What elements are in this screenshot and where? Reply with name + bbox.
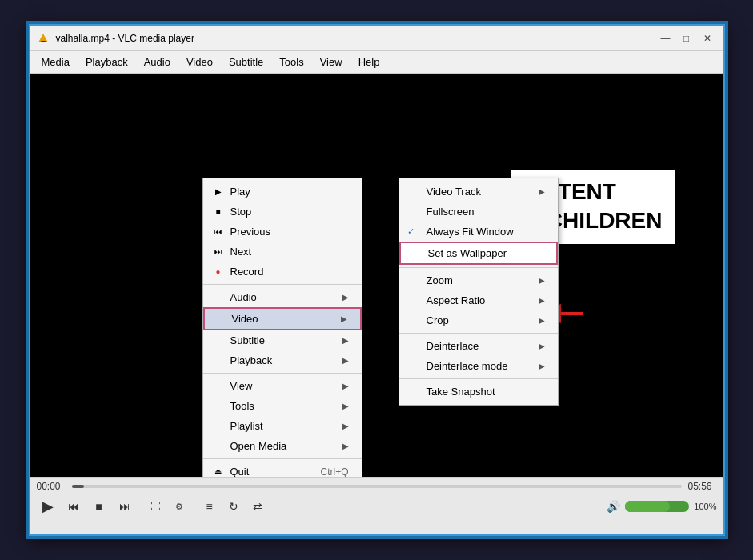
- menu-view[interactable]: View: [312, 53, 350, 71]
- ctx-playlist-label: Playlist: [230, 420, 330, 432]
- video-submenu: Video Track ▶ Fullscreen ✓ Always Fit Wi…: [399, 178, 559, 406]
- ctx-record-label: Record: [230, 266, 349, 278]
- window-controls: — □ ✕: [656, 30, 717, 46]
- menu-tools[interactable]: Tools: [271, 53, 311, 71]
- window-title: valhalla.mp4 - VLC media player: [56, 33, 656, 44]
- ctx-audio-label: Audio: [230, 291, 330, 303]
- ctx-quit[interactable]: ⏏ Quit Ctrl+Q: [203, 462, 362, 477]
- next-button[interactable]: ⏭: [114, 495, 136, 518]
- ctx-quit-label: Quit: [230, 466, 308, 477]
- subtitle-arrow-icon: ▶: [342, 336, 349, 345]
- audio-arrow-icon: ▶: [342, 293, 349, 302]
- stop-button[interactable]: ■: [88, 495, 110, 518]
- ctx-audio[interactable]: Audio ▶: [203, 287, 362, 307]
- video-area: ONTENT R CHILDREN ▶ Play ■: [30, 74, 723, 477]
- sub-take-snapshot[interactable]: Take Snapshot: [399, 382, 558, 402]
- minimize-button[interactable]: —: [656, 30, 675, 46]
- sub-aspect-ratio[interactable]: Aspect Ratio ▶: [399, 290, 558, 310]
- video-arrow-icon: ▶: [341, 314, 347, 323]
- ctx-tools[interactable]: Tools ▶: [203, 396, 362, 416]
- sub-separator-3: [399, 378, 558, 379]
- svg-rect-1: [41, 41, 46, 42]
- tools-arrow-icon: ▶: [342, 402, 349, 410]
- separator-2: [203, 373, 362, 374]
- sub-zoom[interactable]: Zoom ▶: [399, 270, 558, 290]
- ctx-subtitle[interactable]: Subtitle ▶: [203, 330, 362, 350]
- sub-crop[interactable]: Crop ▶: [399, 310, 558, 330]
- ctx-next-label: Next: [230, 246, 349, 258]
- buttons-row: ▶ ⏮ ■ ⏭ ⛶ ⚙ ≡ ↻ ⇄ 🔊: [37, 495, 717, 518]
- ctx-play[interactable]: ▶ Play: [203, 182, 362, 202]
- ctx-previous[interactable]: ⏮ Previous: [203, 222, 362, 242]
- ctx-next[interactable]: ⏭ Next: [203, 242, 362, 262]
- sub-fullscreen[interactable]: Fullscreen: [399, 202, 558, 222]
- stop-icon: ■: [211, 207, 226, 216]
- controls-bar: 00:00 05:56 ▶ ⏮ ■ ⏭ ⛶ ⚙ ≡: [30, 477, 723, 534]
- vlc-logo-icon: [37, 32, 50, 45]
- volume-area: 🔊 100%: [607, 500, 716, 513]
- ctx-video[interactable]: Video ▶: [203, 307, 362, 330]
- record-icon: ●: [211, 267, 226, 276]
- ctx-video-label: Video: [232, 313, 328, 325]
- playlist-button[interactable]: ≡: [198, 495, 221, 518]
- menu-audio[interactable]: Audio: [136, 53, 178, 71]
- end-time: 05:56: [688, 481, 717, 492]
- ctx-previous-label: Previous: [230, 226, 349, 238]
- quit-shortcut: Ctrl+Q: [320, 466, 348, 478]
- ctx-stop-label: Stop: [230, 206, 349, 218]
- playback-arrow-icon: ▶: [342, 356, 349, 365]
- quit-icon: ⏏: [211, 467, 226, 476]
- prev-button[interactable]: ⏮: [62, 495, 85, 518]
- ctx-playback[interactable]: Playback ▶: [203, 350, 362, 370]
- playlist-arrow-icon: ▶: [342, 422, 349, 430]
- sub-separator-2: [399, 333, 558, 334]
- menu-video[interactable]: Video: [178, 53, 221, 71]
- ctx-playback-label: Playback: [230, 354, 330, 366]
- sub-deinterlace-mode-label: Deinterlace mode: [427, 360, 526, 372]
- video-track-arrow-icon: ▶: [539, 187, 545, 196]
- context-menu: ▶ Play ■ Stop ⏮ Previous ⏭ Next ● Record: [202, 178, 362, 477]
- ctx-view[interactable]: View ▶: [203, 376, 362, 396]
- ctx-open-media[interactable]: Open Media ▶: [203, 436, 362, 456]
- menu-bar: Media Playback Audio Video Subtitle Tool…: [30, 51, 723, 74]
- sub-always-fit-window[interactable]: ✓ Always Fit Window: [399, 222, 558, 242]
- volume-slider[interactable]: [625, 501, 689, 512]
- menu-subtitle[interactable]: Subtitle: [221, 53, 271, 71]
- ctx-record[interactable]: ● Record: [203, 262, 362, 282]
- sub-wallpaper-label: Set as Wallpaper: [428, 247, 543, 259]
- volume-fill: [625, 501, 670, 512]
- progress-bar[interactable]: [72, 485, 682, 488]
- sub-video-track-label: Video Track: [427, 186, 526, 198]
- ctx-play-label: Play: [230, 186, 349, 198]
- extended-settings-button[interactable]: ⚙: [168, 495, 190, 518]
- aspect-ratio-arrow-icon: ▶: [539, 296, 545, 305]
- sub-video-track[interactable]: Video Track ▶: [399, 182, 558, 202]
- sub-deinterlace-mode[interactable]: Deinterlace mode ▶: [399, 356, 558, 376]
- sub-deinterlace[interactable]: Deinterlace ▶: [399, 336, 558, 356]
- extra-controls: ⛶ ⚙: [144, 495, 190, 518]
- title-bar: valhalla.mp4 - VLC media player — □ ✕: [30, 26, 723, 51]
- sub-always-fit-label: Always Fit Window: [427, 226, 545, 238]
- ctx-stop[interactable]: ■ Stop: [203, 202, 362, 222]
- close-button[interactable]: ✕: [698, 30, 717, 46]
- play-pause-button[interactable]: ▶: [37, 495, 59, 518]
- sub-aspect-ratio-label: Aspect Ratio: [427, 294, 526, 306]
- maximize-button[interactable]: □: [677, 30, 696, 46]
- zoom-arrow-icon: ▶: [539, 276, 545, 285]
- fullscreen-button[interactable]: ⛶: [144, 495, 166, 518]
- menu-media[interactable]: Media: [34, 53, 78, 71]
- ctx-view-label: View: [230, 380, 330, 392]
- shuffle-button[interactable]: ⇄: [246, 495, 269, 518]
- sub-take-snapshot-label: Take Snapshot: [427, 386, 545, 398]
- sub-fullscreen-label: Fullscreen: [427, 206, 545, 218]
- sub-crop-label: Crop: [427, 314, 526, 326]
- loop-button[interactable]: ↻: [222, 495, 245, 518]
- ctx-subtitle-label: Subtitle: [230, 334, 330, 346]
- open-media-arrow-icon: ▶: [342, 442, 349, 450]
- playlist-controls: ≡ ↻ ⇄: [198, 495, 269, 518]
- menu-playback[interactable]: Playback: [78, 53, 136, 71]
- sub-set-as-wallpaper[interactable]: Set as Wallpaper: [399, 242, 558, 265]
- ctx-playlist[interactable]: Playlist ▶: [203, 416, 362, 436]
- sub-deinterlace-label: Deinterlace: [427, 340, 526, 352]
- menu-help[interactable]: Help: [350, 53, 388, 71]
